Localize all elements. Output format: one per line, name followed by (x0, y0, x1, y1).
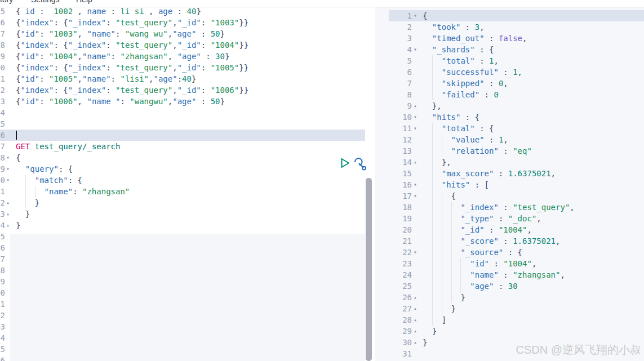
response-line[interactable]: 14▴ }, (375, 157, 644, 168)
fold-open-icon[interactable]: ▾ (414, 10, 417, 21)
fold-open-icon[interactable]: ▾ (414, 112, 417, 123)
request-editor-line[interactable]: 43 (0, 321, 375, 332)
send-request-play-icon[interactable] (339, 156, 351, 170)
request-editor-line[interactable]: 32▴ } (0, 197, 375, 208)
response-line[interactable]: 4▾ "_shards" : { (375, 44, 644, 55)
request-editor-line[interactable]: 33▴ } (0, 208, 375, 220)
request-editor-line[interactable]: 45 (0, 344, 375, 355)
request-editor-line[interactable]: 28▾{ (0, 152, 375, 163)
fold-close-icon[interactable]: ▴ (414, 157, 417, 168)
request-editor-line[interactable]: 31 "name": "zhangsan" (0, 186, 375, 197)
request-editor-line[interactable]: 38 (0, 265, 375, 276)
response-line[interactable]: 28▴ ] (375, 314, 644, 326)
line-number: 45 (0, 344, 5, 355)
request-editor-line[interactable]: 30▾ "match": { (0, 175, 375, 186)
request-editor-line[interactable]: 17{"id": "1003", "name": "wang wu","age"… (0, 28, 375, 39)
response-line[interactable]: 8 "failed" : 0 (375, 89, 644, 100)
code-text: { (423, 190, 456, 202)
code-text: "age" : 30 (423, 280, 518, 292)
request-editor-line[interactable]: 41 (0, 298, 375, 310)
code-text: { (16, 152, 20, 163)
request-editor-line[interactable]: 36 (0, 242, 375, 253)
request-editor-line[interactable]: 16{"index": {"_index": "test_query","_id… (0, 17, 375, 28)
request-editor-pane[interactable]: 15{ id : 1002 , name : li si , age : 40}… (0, 0, 375, 361)
response-line[interactable]: 17▾ { (375, 190, 644, 202)
request-editor-line[interactable]: 29▾ "query": { (0, 163, 375, 175)
response-line[interactable]: 16▾ "hits" : [ (375, 179, 644, 190)
request-editor-line[interactable]: 35 (0, 231, 375, 242)
fold-open-icon[interactable]: ▾ (414, 123, 417, 134)
fold-close-icon[interactable]: ▴ (414, 303, 417, 314)
editor-vertical-scrollbar[interactable] (366, 178, 372, 361)
fold-close-icon[interactable]: ▴ (6, 197, 10, 208)
request-editor-line[interactable]: 24 (0, 107, 375, 118)
response-line[interactable]: 24 "name" : "zhangsan", (375, 269, 644, 280)
request-editor-line[interactable]: 37 (0, 253, 375, 265)
response-line[interactable]: 13 "relation" : "eq" (375, 145, 644, 157)
fold-open-icon[interactable]: ▾ (414, 247, 417, 258)
response-line[interactable]: 18 "_index" : "test_query", (375, 202, 644, 213)
response-line[interactable]: 11▾ "total" : { (375, 123, 644, 134)
code-text: "successful" : 1, (423, 66, 522, 78)
response-line[interactable]: 9▴ }, (375, 100, 644, 112)
fold-close-icon[interactable]: ▴ (414, 337, 417, 348)
request-editor-line[interactable]: 44 (0, 332, 375, 344)
response-line[interactable]: 2 "took" : 3, (375, 21, 644, 33)
response-line[interactable]: 29▴ } (375, 326, 644, 337)
fold-open-icon[interactable]: ▾ (6, 163, 10, 175)
code-text: "total" : { (423, 123, 494, 134)
response-line[interactable]: 27▴ } (375, 303, 644, 314)
fold-close-icon[interactable]: ▴ (6, 220, 10, 231)
fold-open-icon[interactable]: ▾ (414, 179, 417, 190)
code-text: } (423, 303, 456, 314)
fold-open-icon[interactable]: ▾ (414, 44, 417, 55)
menu-item-history[interactable]: tory (0, 0, 13, 4)
response-line[interactable]: 25 "age" : 30 (375, 280, 644, 292)
response-line[interactable]: 1▾{ (375, 10, 644, 21)
line-number: 15 (0, 6, 5, 17)
response-line[interactable]: 3 "timed_out" : false, (375, 33, 644, 44)
line-number: 3 (389, 33, 412, 44)
fold-close-icon[interactable]: ▴ (414, 100, 417, 112)
response-line[interactable]: 26▴ } (375, 292, 644, 303)
request-editor-line[interactable]: 25 (0, 118, 375, 130)
response-line[interactable]: 23 "id" : "1004", (375, 258, 644, 269)
response-line[interactable]: 19 "_type" : "_doc", (375, 213, 644, 224)
response-line[interactable]: 21 "_score" : 1.6375021, (375, 235, 644, 247)
menu-item-settings[interactable]: Settings (31, 0, 60, 4)
code-text: "_source" : { (423, 247, 522, 258)
response-line[interactable]: 6 "successful" : 1, (375, 66, 644, 78)
response-line[interactable]: 10▾ "hits" : { (375, 112, 644, 123)
response-line[interactable]: 15 "max_score" : 1.6375021, (375, 168, 644, 179)
menu-item-help[interactable]: Help (76, 0, 92, 4)
wrench-icon[interactable] (353, 156, 367, 171)
response-line[interactable]: 5 "total" : 1, (375, 55, 644, 66)
fold-close-icon[interactable]: ▴ (414, 314, 417, 326)
request-editor-line[interactable]: 21{"id": "1005","name": "lisi","age":40} (0, 73, 375, 84)
fold-close-icon[interactable]: ▴ (414, 292, 417, 303)
request-editor-line[interactable]: 18{"index": {"_index": "test_query","_id… (0, 39, 375, 51)
request-editor-line[interactable]: 34▴} (0, 220, 375, 231)
request-editor-line[interactable]: 20{"index": {"_index": "test_query","_id… (0, 62, 375, 73)
request-editor-line[interactable]: 26 (0, 130, 375, 141)
request-editor-line[interactable]: 19{"id": "1004","name": "zhangsan", "age… (0, 51, 375, 62)
request-editor-line[interactable]: 40 (0, 287, 375, 298)
response-line[interactable]: 20 "_id" : "1004", (375, 224, 644, 235)
response-line[interactable]: 12 "value" : 1, (375, 134, 644, 145)
request-action-buttons (339, 156, 367, 171)
response-line[interactable]: 22▾ "_source" : { (375, 247, 644, 258)
request-editor-line[interactable]: 23{"id": "1006", "name ": "wangwu","age"… (0, 96, 375, 107)
response-line[interactable]: 7 "skipped" : 0, (375, 78, 644, 89)
fold-open-icon[interactable]: ▾ (6, 152, 10, 163)
request-editor-line[interactable]: 39 (0, 276, 375, 287)
fold-close-icon[interactable]: ▴ (414, 326, 417, 337)
request-editor-line[interactable]: 42 (0, 310, 375, 321)
request-editor-line[interactable]: 22{"index": {"_index": "test_query","_id… (0, 84, 375, 96)
request-editor-line[interactable]: 27GET test_query/_search (0, 141, 375, 152)
response-output-pane[interactable]: 1▾{2 "took" : 3,3 "timed_out" : false,4▾… (375, 7, 644, 361)
fold-open-icon[interactable]: ▾ (414, 190, 417, 202)
fold-open-icon[interactable]: ▾ (6, 175, 10, 186)
fold-close-icon[interactable]: ▴ (6, 208, 10, 220)
request-editor-line[interactable]: 15{ id : 1002 , name : li si , age : 40} (0, 6, 375, 17)
request-editor-line[interactable]: 46 (0, 355, 375, 361)
